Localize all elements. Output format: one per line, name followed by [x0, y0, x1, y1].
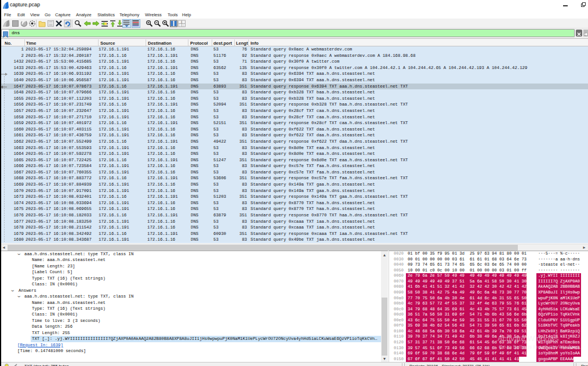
svg-text:1: 1 [181, 20, 183, 24]
